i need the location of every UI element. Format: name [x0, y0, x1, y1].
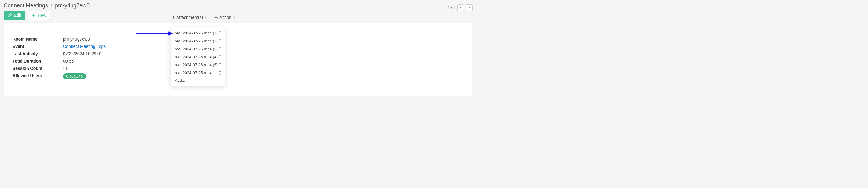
attachment-item[interactable]: rec_2024-07-26.mp4 (4): [170, 53, 225, 61]
attachment-add[interactable]: Add...: [170, 77, 225, 84]
field-row-session-count: Session Count 11: [12, 65, 106, 72]
field-value: 11: [63, 65, 106, 72]
breadcrumb: Connect Meetings / pm-y4ug7ew8: [4, 2, 472, 9]
pager: 1 / 1: [448, 4, 472, 11]
trash-icon[interactable]: [218, 39, 222, 43]
page-header: Connect Meetings / pm-y4ug7ew8 Edit New …: [0, 0, 475, 23]
field-label: Allowed Users: [12, 72, 63, 81]
field-label: Event: [12, 43, 63, 50]
field-row-room-name: Room Name pm-y4ug7ew8: [12, 35, 106, 43]
annotation-arrow: [136, 31, 173, 37]
pencil-icon: [8, 13, 12, 17]
breadcrumb-current: pm-y4ug7ew8: [55, 2, 90, 8]
edit-button[interactable]: Edit: [4, 11, 25, 20]
field-label: Room Name: [12, 35, 63, 43]
gear-icon: [214, 15, 218, 20]
user-tag[interactable]: CloudOffix: [63, 73, 86, 79]
attachment-item[interactable]: rec_2024-07-26.mp4 (5): [170, 61, 225, 69]
chevron-left-icon: [459, 6, 462, 9]
field-value: 07/26/2024 16:29:01: [63, 50, 106, 58]
attachment-filename: rec_2024-07-25.mp4: [175, 70, 218, 76]
trash-icon[interactable]: [218, 63, 222, 67]
svg-point-0: [215, 17, 217, 18]
field-label: Total Duration: [12, 58, 63, 65]
attachments-dropdown-toggle[interactable]: 6 Attachment(s): [173, 15, 207, 20]
trash-icon[interactable]: [218, 31, 222, 35]
field-label: Last Activity: [12, 50, 63, 58]
chevron-down-icon: [232, 16, 236, 19]
new-button[interactable]: New: [28, 11, 50, 20]
field-label: Session Count: [12, 65, 63, 72]
attachments-dropdown: rec_2024-07-26.mp4 (1) rec_2024-07-26.mp…: [170, 28, 225, 86]
chevron-down-icon: [204, 16, 207, 19]
attachments-label: 6 Attachment(s): [173, 15, 203, 20]
attachment-item[interactable]: rec_2024-07-26.mp4 (1): [170, 29, 225, 37]
new-button-label: New: [38, 13, 46, 18]
attachment-item[interactable]: rec_2024-07-26.mp4 (2): [170, 37, 225, 45]
pager-prev-button[interactable]: [457, 4, 464, 11]
action-label: Action: [219, 15, 231, 20]
field-value: 00:55: [63, 58, 106, 65]
attachment-filename: rec_2024-07-26.mp4 (5): [175, 62, 218, 68]
svg-marker-2: [168, 31, 173, 36]
breadcrumb-root-link[interactable]: Connect Meetings: [4, 2, 48, 8]
attachment-filename: rec_2024-07-26.mp4 (2): [175, 38, 218, 44]
attachment-filename: rec_2024-07-26.mp4 (4): [175, 54, 218, 60]
plus-icon: [31, 13, 36, 17]
pager-next-button[interactable]: [466, 4, 472, 11]
toolbar: Edit New: [4, 11, 472, 20]
edit-button-label: Edit: [14, 13, 21, 18]
trash-icon[interactable]: [218, 47, 222, 51]
attachment-filename: rec_2024-07-26.mp4 (3): [175, 46, 218, 52]
event-link[interactable]: Connect Meeting Logs: [63, 44, 106, 49]
trash-icon[interactable]: [218, 55, 222, 59]
breadcrumb-separator: /: [51, 2, 52, 8]
field-row-last-activity: Last Activity 07/26/2024 16:29:01: [12, 50, 106, 58]
center-actions: 6 Attachment(s) Action: [173, 15, 236, 20]
field-row-event: Event Connect Meeting Logs: [12, 43, 106, 50]
action-dropdown-toggle[interactable]: Action: [214, 15, 236, 20]
record-card: Room Name pm-y4ug7ew8 Event Connect Meet…: [4, 23, 472, 97]
form-table: Room Name pm-y4ug7ew8 Event Connect Meet…: [12, 35, 106, 81]
field-value: pm-y4ug7ew8: [63, 35, 106, 43]
field-row-total-duration: Total Duration 00:55: [12, 58, 106, 65]
field-row-allowed-users: Allowed Users CloudOffix: [12, 72, 106, 81]
attachment-item[interactable]: rec_2024-07-26.mp4 (3): [170, 45, 225, 53]
attachment-item[interactable]: rec_2024-07-25.mp4: [170, 69, 225, 77]
pager-text: 1 / 1: [448, 5, 455, 10]
trash-icon[interactable]: [218, 71, 222, 75]
chevron-right-icon: [468, 6, 471, 9]
attachment-filename: rec_2024-07-26.mp4 (1): [175, 31, 218, 36]
